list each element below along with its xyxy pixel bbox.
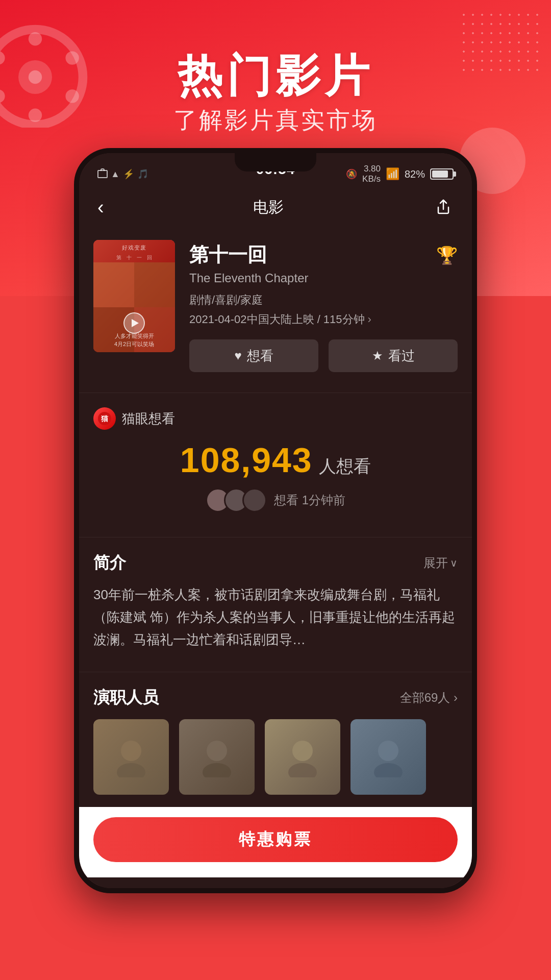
cast-photo-3 — [265, 719, 340, 795]
svg-point-18 — [374, 763, 403, 777]
movie-title-en: The Eleventh Chapter — [189, 271, 458, 285]
maoyan-count-row: 108,943 人想看 — [93, 440, 458, 480]
maoyan-title: 猫眼想看 — [122, 410, 175, 428]
maoyan-section: 猫 猫眼想看 108,943 人想看 想看 1分钟前 — [79, 393, 472, 529]
intro-section: 简介 展开 ∨ 30年前一桩杀人案，被市话剧团拿来改编成舞台剧，马福礼（陈建斌 … — [79, 537, 472, 664]
heart-icon: ♥ — [234, 349, 241, 363]
network-speed: 3.80KB/s — [362, 164, 381, 185]
status-left-icons: ▲ ⚡ 🎵 — [97, 168, 148, 180]
maoyan-header: 猫 猫眼想看 — [93, 407, 458, 430]
warning-icon: ▲ — [111, 169, 120, 180]
movie-genre: 剧情/喜剧/家庭 — [189, 292, 458, 308]
battery-percent: 82% — [405, 168, 425, 180]
intro-text: 30年前一桩杀人案，被市话剧团拿来改编成舞台剧，马福礼（陈建斌 饰）作为杀人案的… — [93, 583, 458, 651]
cast-section: 演职人员 全部69人 › — [79, 672, 472, 807]
cast-item-2 — [179, 719, 255, 795]
maoyan-count: 108,943 — [180, 440, 313, 479]
cast-item-1 — [93, 719, 169, 795]
expand-button[interactable]: 展开 ∨ — [423, 555, 458, 571]
maoyan-recent: 想看 1分钟前 — [274, 492, 345, 508]
nav-title: 电影 — [253, 197, 284, 218]
phone-vol-up-btn — [74, 276, 76, 316]
movie-poster[interactable]: 好戏变废 第 十 一 回 人多才能笑得开4月2日可以笑场 — [93, 240, 175, 352]
phone-power-btn — [475, 255, 477, 296]
poster-tagline: 人多才能笑得开4月2日可以笑场 — [93, 332, 175, 348]
back-button[interactable]: ‹ — [97, 198, 104, 217]
svg-point-12 — [117, 763, 145, 777]
mute-icon: 🔕 — [346, 168, 357, 180]
movie-info: 第十一回 🏆 The Eleventh Chapter 剧情/喜剧/家庭 202… — [189, 240, 458, 372]
svg-point-13 — [207, 741, 227, 761]
phone-mockup: ▲ ⚡ 🎵 06:54 🔕 3.80KB/s 📶 82% ‹ — [74, 148, 477, 893]
intro-title: 简介 — [93, 552, 126, 574]
movie-title-zh: 第十一回 — [189, 242, 267, 268]
phone-silent-btn — [74, 240, 76, 265]
cast-photo-2 — [179, 719, 255, 795]
hero-title: 热门影片 — [0, 46, 551, 107]
wifi-icon: 📶 — [386, 167, 399, 181]
movie-date: 2021-04-02中国大陆上映 / 115分钟 — [189, 312, 365, 327]
movie-date-row: 2021-04-02中国大陆上映 / 115分钟 › — [189, 312, 458, 327]
cast-photo-4 — [350, 719, 426, 795]
maoyan-count-suffix: 人想看 — [319, 456, 371, 476]
status-right-icons: 🔕 3.80KB/s 📶 82% — [346, 164, 454, 185]
play-button[interactable] — [123, 312, 145, 334]
intro-header: 简介 展开 ∨ — [93, 552, 458, 574]
music-icon: 🎵 — [137, 168, 148, 180]
cast-title: 演职人员 — [93, 687, 159, 709]
nav-bar: ‹ 电影 — [79, 187, 472, 228]
avatar-3 — [242, 488, 267, 512]
cast-item-3 — [265, 719, 340, 795]
phone-notch — [235, 153, 316, 172]
maoyan-logo: 猫 — [93, 407, 116, 430]
cast-item-4 — [350, 719, 426, 795]
cast-header: 演职人员 全部69人 › — [93, 687, 458, 709]
phone-screen: ▲ ⚡ 🎵 06:54 🔕 3.80KB/s 📶 82% ‹ — [79, 153, 472, 888]
svg-text:猫: 猫 — [101, 414, 109, 423]
star-icon: ★ — [372, 349, 383, 363]
chevron-down-icon: ∨ — [450, 557, 458, 569]
want-label: 想看 — [247, 347, 273, 365]
phone-frame: ▲ ⚡ 🎵 06:54 🔕 3.80KB/s 📶 82% ‹ — [74, 148, 477, 893]
svg-point-15 — [292, 741, 313, 761]
cast-photo-1 — [93, 719, 169, 795]
action-buttons: ♥ 想看 ★ 看过 — [189, 339, 458, 372]
movie-section: 好戏变废 第 十 一 回 人多才能笑得开4月2日可以笑场 — [79, 228, 472, 384]
expand-label: 展开 — [423, 555, 448, 571]
maoyan-avatars: 想看 1分钟前 — [93, 488, 458, 512]
svg-point-11 — [121, 741, 141, 761]
cast-list — [93, 719, 458, 795]
phone-vol-down-btn — [74, 327, 76, 368]
svg-point-16 — [288, 763, 317, 777]
seen-label: 看过 — [388, 347, 415, 365]
svg-point-14 — [203, 763, 231, 777]
bottom-bar: 特惠购票 — [79, 807, 472, 877]
notification-icon — [97, 170, 108, 178]
hero-subtitle: 了解影片真实市场 — [0, 105, 551, 136]
svg-point-17 — [378, 741, 398, 761]
battery-icon — [430, 168, 454, 180]
svg-point-3 — [29, 32, 42, 45]
date-arrow-icon: › — [368, 313, 371, 326]
want-to-see-button[interactable]: ♥ 想看 — [189, 339, 318, 372]
buy-ticket-button[interactable]: 特惠购票 — [93, 817, 458, 862]
trophy-icon: 🏆 — [436, 245, 458, 265]
seen-button[interactable]: ★ 看过 — [329, 339, 458, 372]
cast-all-button[interactable]: 全部69人 › — [400, 690, 458, 706]
flash-icon: ⚡ — [123, 168, 134, 180]
share-button[interactable] — [433, 197, 454, 217]
